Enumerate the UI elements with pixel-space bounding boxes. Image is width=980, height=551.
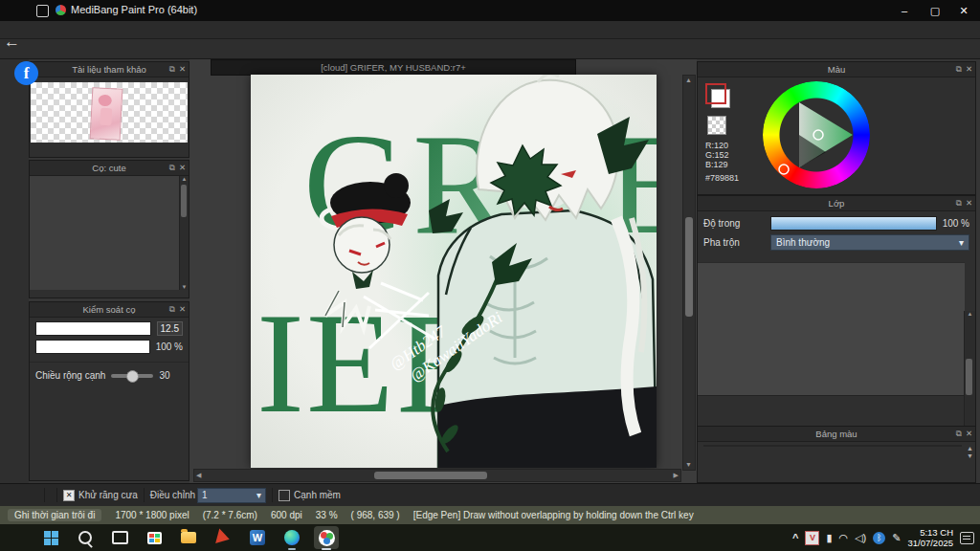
brush-control-panel: Kiểm soát cọ ⧉✕ 12.5 100 % Chiều rộng cạ… (29, 301, 189, 481)
back-arrow-icon[interactable]: ← (4, 33, 20, 52)
color-panel: Màu ⧉✕ R:120 G:152 B:129 #789881 (697, 61, 976, 195)
canvas-vscrollbar[interactable]: ▲ ▼ (682, 75, 696, 471)
document-tab-label: [cloud] GRIFER, MY HUSBAND:r7+ (321, 62, 466, 73)
transparent-color-swatch[interactable] (707, 116, 726, 135)
color-triangle[interactable] (763, 81, 870, 188)
layer-panel-header: Lớp ⧉✕ (698, 196, 975, 211)
tray-expand-icon[interactable]: ^ (792, 532, 798, 543)
document-tab[interactable]: [cloud] GRIFER, MY HUSBAND:r7+ (211, 59, 576, 76)
store-button[interactable] (142, 526, 167, 549)
media-app-button[interactable] (211, 526, 235, 549)
taskbar: W ^ V ▮ ◠ ◁) ᛒ ✎ 5:13 CH 31/07/2025 (0, 524, 980, 551)
softedge-checkmark (278, 490, 290, 501)
blend-mode-value: Bình thường (776, 235, 830, 250)
artwork: GR EF IEF (251, 75, 657, 468)
scroll-up-icon[interactable]: ▲ (180, 176, 189, 182)
brush-size-value[interactable]: 12.5 (157, 321, 183, 336)
canvas-size: 1700 * 1800 pixel (115, 510, 189, 520)
softedge-label: Cạnh mềm (294, 490, 341, 500)
color-panel-title: Màu (828, 64, 845, 75)
clock-date: 31/07/2025 (907, 538, 953, 548)
edge-width-value: 30 (159, 370, 169, 381)
close-button[interactable]: ✕ (949, 0, 978, 21)
reference-toolbar (30, 77, 189, 81)
palette-swatches (703, 445, 962, 447)
close-icon[interactable]: ✕ (179, 161, 186, 175)
blend-label: Pha trộn (703, 237, 765, 248)
edge-width-slider[interactable] (111, 374, 153, 378)
popout-icon[interactable]: ⧉ (956, 196, 962, 210)
popout-icon[interactable]: ⧉ (169, 302, 175, 317)
tool-hint: [Edge Pen] Draw without overlapping by h… (413, 510, 694, 520)
record-timelapse-button[interactable]: Ghi thời gian trôi đi (8, 509, 101, 521)
window-icon (36, 5, 49, 17)
palette-spinner[interactable]: ▲▼ (967, 445, 973, 460)
edge-button[interactable] (279, 526, 304, 549)
chevron-down-icon: ▾ (256, 489, 261, 502)
canvas[interactable]: GR EF IEF (251, 75, 657, 468)
rgb-b-value: B:129 (705, 160, 739, 169)
cursor-coords: ( 968, 639 ) (351, 510, 400, 520)
popout-icon[interactable]: ⧉ (169, 62, 175, 77)
close-icon[interactable]: ✕ (966, 427, 972, 441)
notification-icon[interactable] (960, 532, 974, 544)
layer-list-scrollbar[interactable]: ▲ ▼ (964, 311, 975, 444)
palette-panel: Bảng màu ⧉✕ ▲▼ (697, 426, 976, 483)
brush-list (30, 176, 180, 290)
search-button[interactable] (73, 526, 98, 549)
maximize-button[interactable]: ▢ (921, 0, 949, 21)
brush-panel-header: Cọ: cute ⧉✕ (30, 161, 189, 176)
medibang-button[interactable] (314, 526, 339, 549)
layer-opacity-value: 100 % (943, 218, 969, 229)
reference-preview[interactable] (31, 82, 188, 143)
wheel-cursor[interactable] (779, 165, 789, 174)
popout-icon[interactable]: ⧉ (956, 62, 962, 77)
reference-thumbnail[interactable] (90, 87, 123, 141)
minimize-button[interactable]: – (890, 0, 919, 21)
canvas-hscrollbar[interactable]: ◀ ▶ (193, 469, 681, 482)
top-toolbar (0, 39, 980, 59)
reference-panel-header: Tài liệu tham khảo ⧉✕ (30, 62, 189, 77)
brush-opacity-slider[interactable] (35, 340, 150, 354)
word-button[interactable]: W (245, 526, 270, 549)
bluetooth-icon[interactable]: ᛒ (873, 532, 885, 544)
close-icon[interactable]: ✕ (966, 196, 972, 210)
battery-icon[interactable]: ▮ (826, 532, 832, 544)
task-view-button[interactable] (107, 526, 132, 549)
layer-opacity-slider[interactable] (770, 216, 937, 231)
popout-icon[interactable]: ⧉ (956, 427, 962, 441)
start-button[interactable] (38, 526, 63, 549)
reference-panel: Tài liệu tham khảo ⧉✕ (29, 61, 189, 158)
adjust-dropdown[interactable]: 1 ▾ (197, 488, 266, 503)
popout-icon[interactable]: ⧉ (169, 161, 175, 175)
reference-panel-title: Tài liệu tham khảo (72, 64, 146, 75)
close-icon[interactable]: ✕ (179, 62, 186, 77)
close-icon[interactable]: ✕ (179, 302, 186, 317)
rgb-g-value: G:152 (705, 150, 739, 160)
brush-control-title: Kiểm soát cọ (83, 304, 136, 315)
brush-control-header: Kiểm soát cọ ⧉✕ (30, 302, 189, 318)
brush-toolbar (30, 290, 189, 294)
blend-mode-dropdown[interactable]: Bình thường▾ (770, 234, 969, 251)
antialias-checkbox[interactable]: ✕ Khử răng cưa (63, 490, 138, 501)
pen-icon[interactable]: ✎ (892, 532, 901, 544)
close-icon[interactable]: ✕ (966, 62, 972, 77)
brush-list-scrollbar[interactable]: ▲ ▼ (179, 176, 189, 290)
canvas-size-cm: (7.2 * 7.6cm) (203, 510, 257, 520)
softedge-checkbox[interactable]: Cạnh mềm (278, 490, 341, 501)
wifi-icon[interactable]: ◠ (839, 532, 849, 544)
bottom-toolbar: ✕ Khử răng cưa Điều chỉnh 1 ▾ Cạnh mềm (0, 483, 980, 506)
volume-icon[interactable]: ◁) (855, 532, 866, 544)
foreground-color-swatch[interactable] (705, 83, 726, 104)
window-title: MediBang Paint Pro (64bit) (71, 4, 197, 15)
file-explorer-button[interactable] (176, 526, 201, 549)
status-bar: Ghi thời gian trôi đi 1700 * 1800 pixel … (0, 506, 980, 524)
opacity-label: Độ trong (703, 218, 765, 229)
clock[interactable]: 5:13 CH 31/07/2025 (907, 527, 953, 548)
palette-panel-header: Bảng màu ⧉✕ (698, 427, 975, 442)
v-tray-icon[interactable]: V (805, 531, 819, 545)
palette-toolbar (698, 447, 975, 451)
scroll-down-icon[interactable]: ▼ (180, 284, 189, 290)
brush-size-slider[interactable] (35, 321, 151, 336)
messenger-chat-head[interactable]: f (14, 61, 38, 85)
